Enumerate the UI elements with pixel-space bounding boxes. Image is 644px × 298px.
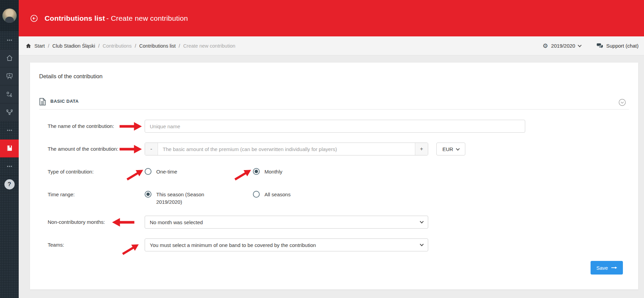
- contribution-amount-input[interactable]: [158, 143, 415, 155]
- non-contributory-months-select[interactable]: No month was selected: [145, 216, 428, 229]
- details-card: Details of the contribution BASIC DATA T…: [30, 63, 638, 289]
- sidebar-more-middle[interactable]: [0, 121, 19, 139]
- breadcrumb-separator: /: [98, 43, 99, 49]
- sidebar-item-contributions[interactable]: [0, 139, 19, 158]
- radio-this-season[interactable]: This season (Season 2019/2020): [145, 191, 214, 206]
- annotation-arrow-diagonal-icon: [121, 241, 141, 257]
- sidebar-item-tactics[interactable]: [0, 85, 19, 103]
- basic-data-section-header: BASIC DATA: [39, 97, 629, 110]
- sidebar-item-home[interactable]: [0, 49, 19, 67]
- type-label: Type of contribution:: [48, 168, 94, 176]
- radio-label: All seasons: [264, 191, 291, 198]
- breadcrumb-separator: /: [135, 43, 136, 49]
- annotation-arrow-left-icon: [112, 218, 134, 227]
- card-title: Details of the contribution: [39, 73, 102, 80]
- document-icon: [39, 98, 46, 106]
- radio-monthly[interactable]: Monthly: [253, 168, 283, 176]
- more-icon: [6, 127, 13, 134]
- chevron-down-icon: [456, 147, 460, 150]
- currency-value: EUR: [442, 146, 453, 152]
- sidebar-more-top[interactable]: [0, 31, 19, 49]
- save-button[interactable]: Save: [591, 261, 623, 275]
- breadcrumb-home-icon[interactable]: [26, 43, 31, 49]
- more-icon: [6, 163, 13, 170]
- months-label: Non-contributory months:: [48, 216, 105, 229]
- radio-selected-icon: [145, 191, 151, 198]
- season-label: 2019/2020: [551, 43, 575, 49]
- annotation-arrow-right-icon: [119, 145, 142, 153]
- chevron-down-circle-icon: [618, 98, 626, 106]
- back-circle-icon: [30, 14, 38, 22]
- page-title-sub: - Create new contribution: [106, 14, 188, 22]
- home-icon: [6, 54, 13, 62]
- time-range-label: Time range:: [48, 191, 75, 199]
- breadcrumb-item-start[interactable]: Start: [34, 43, 45, 49]
- amount-decrease-button[interactable]: -: [145, 143, 158, 155]
- save-label: Save: [596, 265, 608, 271]
- season-selector[interactable]: ⚙ 2019/2020: [543, 43, 581, 49]
- radio-icon: [253, 191, 260, 198]
- back-button[interactable]: [30, 14, 38, 22]
- sidebar-more-bottom[interactable]: [0, 158, 19, 176]
- teams-select[interactable]: You must select a minimum of one band to…: [145, 238, 428, 251]
- support-chat-link[interactable]: Support (chat): [597, 43, 639, 49]
- teams-label: Teams:: [48, 238, 64, 251]
- more-icon: [6, 36, 13, 44]
- radio-all-seasons[interactable]: All seasons: [253, 191, 291, 198]
- team-icon: [6, 109, 13, 116]
- breadcrumb-item-contributions: Contributions: [102, 43, 131, 49]
- topbar-right: ⚙ 2019/2020 Support (chat): [543, 43, 644, 49]
- radio-icon: [145, 168, 151, 175]
- page-title-main: Contributions list: [45, 14, 105, 22]
- annotation-arrow-diagonal-icon: [233, 167, 253, 183]
- annotation-arrow-diagonal-icon: [125, 167, 145, 183]
- avatar[interactable]: [2, 9, 17, 23]
- breadcrumb-separator: /: [179, 43, 180, 49]
- support-label: Support (chat): [606, 43, 639, 49]
- avatar-block: [0, 0, 19, 31]
- contribution-name-input[interactable]: [145, 120, 525, 133]
- content-area: Details of the contribution BASIC DATA T…: [19, 55, 644, 298]
- select-value: You must select a minimum of one band to…: [150, 242, 316, 248]
- chevron-down-icon: [420, 242, 423, 246]
- sidebar-item-help[interactable]: ?: [0, 176, 19, 194]
- annotation-arrow-right-icon: [119, 122, 142, 131]
- presentation-icon: [6, 72, 13, 80]
- contributions-book-icon: [6, 145, 13, 152]
- sidebar: ?: [0, 0, 19, 298]
- breadcrumb-bar: Start / Club Stadion Śląski / Contributi…: [19, 36, 644, 55]
- chevron-down-icon: [420, 219, 423, 223]
- breadcrumb-item-club[interactable]: Club Stadion Śląski: [52, 43, 95, 49]
- help-icon: ?: [4, 179, 15, 189]
- currency-select[interactable]: EUR: [436, 143, 465, 155]
- name-label: The name of the contribution:: [48, 120, 114, 133]
- chat-icon: [597, 43, 603, 49]
- radio-label: Monthly: [264, 168, 283, 176]
- page-header: Contributions list- Create new contribut…: [19, 0, 644, 36]
- breadcrumb-item-contributions-list[interactable]: Contributions list: [139, 43, 176, 49]
- section-title: BASIC DATA: [50, 99, 79, 104]
- gear-icon: ⚙: [543, 43, 548, 49]
- collapse-section-button[interactable]: [618, 98, 626, 108]
- chevron-down-icon: [578, 43, 581, 47]
- row-contribution-type: Type of contribution: One-time Monthly: [30, 166, 638, 186]
- sidebar-filler: [0, 194, 19, 298]
- select-value: No month was selected: [150, 219, 203, 225]
- amount-label: The amount of the contribution:: [48, 143, 118, 155]
- page-title: Contributions list- Create new contribut…: [45, 14, 188, 22]
- breadcrumb-item-create-new: Create new contribution: [183, 43, 235, 49]
- radio-label: This season (Season 2019/2020): [156, 191, 214, 206]
- radio-selected-icon: [253, 168, 260, 175]
- amount-increase-button[interactable]: +: [415, 143, 428, 155]
- row-time-range: Time range: This season (Season 2019/202…: [30, 188, 638, 209]
- breadcrumb-separator: /: [48, 43, 49, 49]
- radio-one-time[interactable]: One-time: [145, 168, 177, 176]
- sidebar-item-team[interactable]: [0, 103, 19, 121]
- sidebar-item-presentation[interactable]: [0, 67, 19, 85]
- radio-label: One-time: [156, 168, 177, 176]
- tactics-icon: [6, 90, 13, 98]
- amount-stepper: - +: [145, 143, 428, 155]
- arrow-right-icon: [611, 265, 617, 270]
